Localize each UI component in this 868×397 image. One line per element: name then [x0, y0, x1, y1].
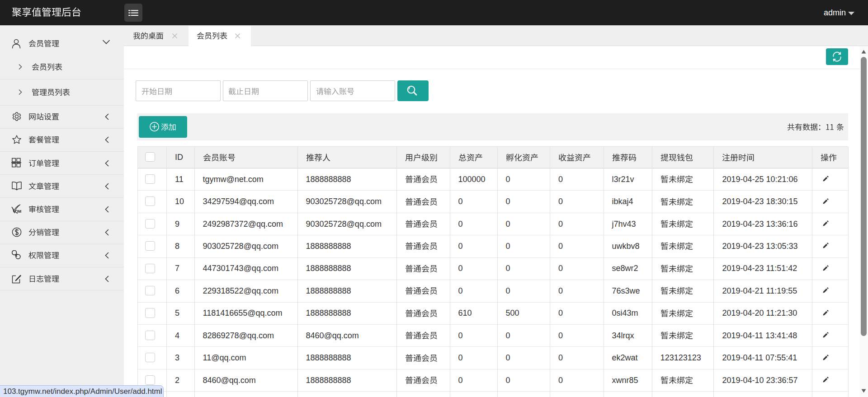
- svg-text:QM: QM: [15, 209, 21, 214]
